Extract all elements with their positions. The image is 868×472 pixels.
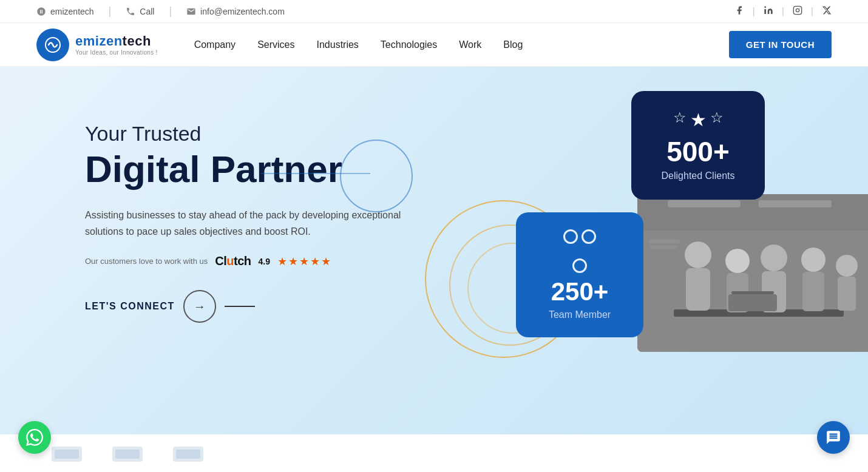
nav-work[interactable]: Work: [459, 39, 481, 50]
logo-tagline: Your Ideas, our Innovations !: [75, 49, 158, 56]
dot-icon-2: [581, 229, 596, 244]
svg-rect-22: [649, 240, 680, 243]
nav-blog[interactable]: Blog: [503, 39, 523, 50]
divider1: |: [109, 5, 112, 18]
deco-line: [261, 173, 370, 174]
bottom-deco-icon-1: [49, 440, 85, 465]
call-contact[interactable]: Call: [126, 7, 154, 16]
bottom-deco-icon-3: [170, 440, 206, 465]
instagram-icon[interactable]: [793, 5, 802, 18]
email-text: info@emizentech.com: [200, 7, 285, 16]
lets-connect-button[interactable]: LET'S CONNECT →: [85, 290, 449, 323]
facebook-icon[interactable]: [734, 5, 744, 18]
clients-count: 500+: [646, 138, 750, 166]
social-divider3: |: [811, 6, 813, 17]
svg-rect-27: [115, 450, 140, 459]
svg-rect-8: [686, 268, 710, 311]
nav-technologies[interactable]: Technologies: [381, 39, 437, 50]
svg-rect-21: [759, 200, 832, 207]
connect-circle-arrow: →: [183, 290, 216, 323]
svg-point-9: [725, 249, 750, 273]
clutch-row: Our customers love to work with us Clutc…: [85, 254, 449, 268]
svg-rect-25: [55, 450, 79, 459]
lets-connect-text: LET'S CONNECT: [85, 301, 175, 312]
chat-button[interactable]: [817, 421, 850, 454]
star-icon-3: ☆: [710, 109, 724, 130]
call-text: Call: [140, 7, 154, 16]
logo-name: emizentech: [75, 33, 158, 49]
svg-point-7: [685, 241, 711, 268]
svg-rect-16: [838, 277, 856, 311]
hero-description: Assisting businesses to stay ahead of th…: [85, 207, 413, 240]
clutch-prefix: Our customers love to work with us: [85, 257, 208, 266]
svg-rect-23: [649, 246, 677, 249]
whatsapp-icon: [26, 429, 43, 446]
team-card: 250+ Team Member: [516, 212, 643, 337]
social-divider1: |: [753, 6, 755, 17]
team-count: 250+: [529, 279, 630, 305]
dot-icon-1: [563, 229, 578, 244]
svg-point-2: [796, 8, 799, 12]
hero-subtitle: Your Trusted: [85, 121, 449, 146]
nav-industries[interactable]: Industries: [316, 39, 358, 50]
hero-section: Your Trusted Digital Partner Assisting b…: [0, 67, 868, 434]
skype-text: emizentech: [50, 7, 94, 16]
top-bar-contacts: emizentech | Call | info@emizentech.com: [36, 5, 285, 18]
svg-rect-29: [176, 450, 200, 459]
svg-point-11: [761, 244, 787, 271]
social-divider2: |: [782, 6, 784, 17]
team-photo: [637, 194, 868, 352]
hero-content: Your Trusted Digital Partner Assisting b…: [85, 103, 449, 323]
nav-services[interactable]: Services: [257, 39, 294, 50]
divider2: |: [169, 5, 172, 18]
twitter-x-icon[interactable]: [822, 5, 832, 18]
chat-icon: [826, 430, 841, 445]
clients-label: Delighted Clients: [646, 170, 750, 181]
skype-icon: [36, 7, 46, 16]
main-nav: emizentech Your Ideas, our Innovations !…: [0, 23, 868, 67]
clients-card: ☆ ★ ☆ 500+ Delighted Clients: [631, 91, 765, 200]
svg-rect-19: [637, 194, 868, 231]
social-links: | | |: [734, 5, 832, 18]
svg-point-13: [801, 248, 826, 272]
team-photo-inner: [637, 194, 868, 352]
card-dots-row: [529, 229, 630, 244]
svg-point-0: [764, 6, 766, 8]
email-contact[interactable]: info@emizentech.com: [186, 7, 285, 16]
whatsapp-button[interactable]: [18, 421, 51, 454]
logo-text-block: emizentech Your Ideas, our Innovations !: [75, 33, 158, 56]
svg-rect-14: [802, 272, 824, 311]
dot-icon-center: [572, 258, 587, 273]
mail-icon: [186, 7, 196, 16]
logo-icon: [36, 29, 69, 61]
svg-rect-17: [728, 294, 777, 311]
skype-contact[interactable]: emizentech: [36, 7, 94, 16]
svg-rect-18: [731, 291, 774, 294]
svg-point-15: [836, 255, 858, 277]
phone-icon: [126, 7, 135, 16]
clutch-logo: Clutch: [215, 254, 251, 268]
svg-rect-1: [793, 6, 801, 14]
bottom-deco-icon-2: [109, 440, 146, 465]
card-stars-icons: ☆ ★ ☆: [646, 109, 750, 130]
star-icon-1: ☆: [673, 109, 687, 130]
nav-company[interactable]: Company: [194, 39, 236, 50]
clutch-rating: 4.9: [259, 257, 270, 266]
stars-rating: ★★★★★: [277, 255, 332, 268]
svg-rect-20: [668, 200, 741, 207]
team-photo-svg: [637, 194, 868, 352]
connect-line: [225, 306, 255, 307]
logo[interactable]: emizentech Your Ideas, our Innovations !: [36, 29, 158, 61]
hero-right-panel: ☆ ★ ☆ 500+ Delighted Clients 250+ Team M…: [540, 67, 868, 434]
star-icon-2: ★: [690, 109, 707, 130]
bottom-bar: [0, 434, 868, 471]
svg-point-3: [799, 7, 800, 8]
nav-links: Company Services Industries Technologies…: [194, 39, 729, 50]
linkedin-icon[interactable]: [764, 5, 773, 18]
team-label: Team Member: [529, 309, 630, 320]
deco-circle: [340, 140, 413, 212]
top-bar: emizentech | Call | info@emizentech.com …: [0, 0, 868, 23]
get-in-touch-button[interactable]: GET IN TOUCH: [729, 31, 832, 58]
